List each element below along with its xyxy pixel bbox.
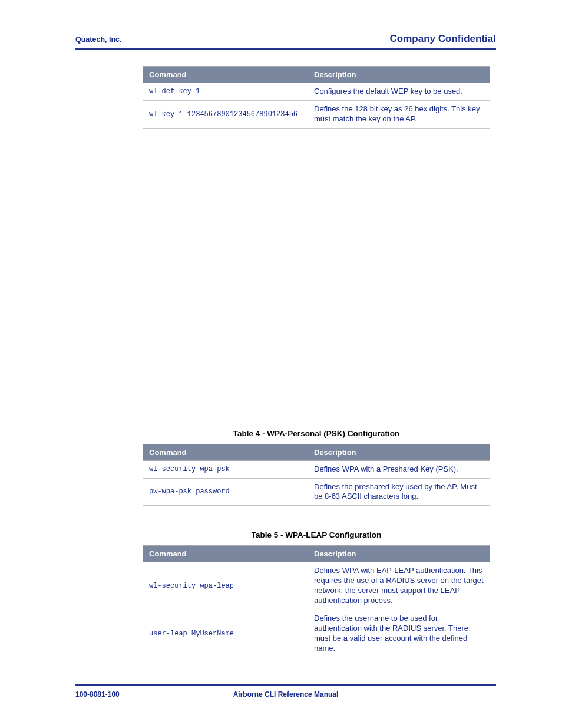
th-description: Description [308,67,490,83]
page-header: Quatech, Inc. Company Confidential [75,33,496,50]
spacer [75,129,496,429]
table-row: wl-security wpa-psk Defines WPA with a P… [143,460,490,478]
table-2-wrap: Command Description wl-security wpa-psk … [143,444,496,506]
cell-command: wl-def-key 1 [143,83,308,101]
table-row: Command Description [143,546,490,562]
th-command: Command [143,546,308,562]
cell-command: wl-security wpa-psk [143,460,308,478]
cell-description: Defines the 128 bit key as 26 hex digits… [308,100,490,128]
header-confidential: Company Confidential [390,33,496,45]
spacer [75,506,496,531]
cell-command: pw-wpa-psk password [143,478,308,506]
table-2: Command Description wl-security wpa-psk … [143,444,490,506]
table-3-title: Table 5 - WPA-LEAP Configuration [143,531,490,539]
header-company: Quatech, Inc. [75,35,122,44]
cell-command: wl-security wpa-leap [143,562,308,610]
th-description: Description [308,546,490,562]
table-row: Command Description [143,444,490,460]
table-2-title: Table 4 - WPA-Personal (PSK) Configurati… [143,429,490,438]
table-row: pw-wpa-psk password Defines the preshare… [143,478,490,506]
footer-title: Airborne CLI Reference Manual [75,690,496,699]
table-1-wrap: Command Description wl-def-key 1 Configu… [143,66,496,129]
table-1: Command Description wl-def-key 1 Configu… [143,66,490,129]
cell-description: Defines the preshared key used by the AP… [308,478,490,506]
table-row: wl-def-key 1 Configures the default WEP … [143,83,490,101]
cell-description: Defines the username to be used for auth… [308,610,490,657]
table-row: wl-key-1 12345678901234567890123456 Defi… [143,100,490,128]
page-footer: 100-8081-100 Airborne CLI Reference Manu… [75,684,496,699]
table-row: wl-security wpa-leap Defines WPA with EA… [143,562,490,610]
footer-divider [75,684,496,686]
th-command: Command [143,444,308,460]
page: Quatech, Inc. Company Confidential Comma… [0,0,562,728]
cell-description: Defines WPA with EAP-LEAP authentication… [308,562,490,610]
th-command: Command [143,67,308,83]
th-description: Description [308,444,490,460]
cell-command: wl-key-1 12345678901234567890123456 [143,100,308,128]
table-3-wrap: Command Description wl-security wpa-leap… [143,545,496,657]
cell-description: Defines WPA with a Preshared Key (PSK). [308,460,490,478]
table-3: Command Description wl-security wpa-leap… [143,545,490,657]
table-row: user-leap MyUserName Defines the usernam… [143,610,490,657]
cell-description: Configures the default WEP key to be use… [308,83,490,101]
cell-command: user-leap MyUserName [143,610,308,657]
table-row: Command Description [143,67,490,83]
